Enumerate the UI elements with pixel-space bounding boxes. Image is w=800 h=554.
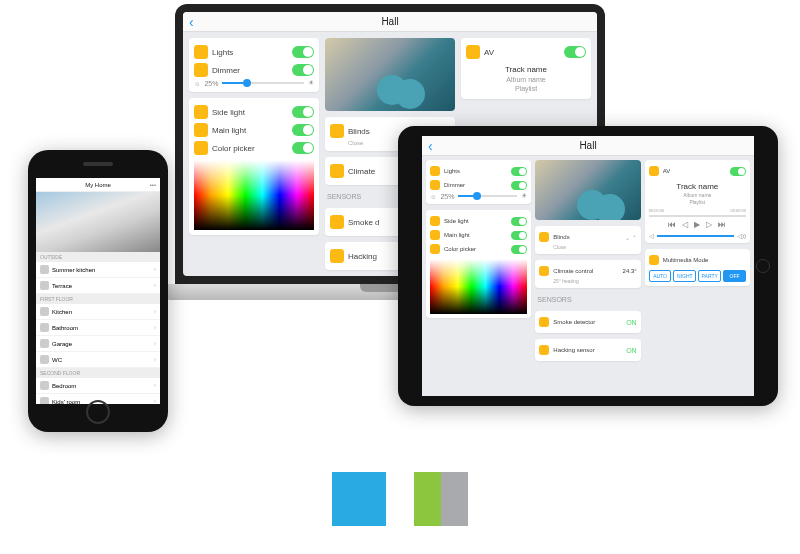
- prev-icon[interactable]: ⏮: [668, 220, 676, 229]
- app-header: ‹ Hall: [183, 12, 597, 32]
- hack-label: Hacking: [348, 252, 377, 261]
- playlist-name: Playlist: [466, 84, 586, 93]
- smoke-icon: [330, 215, 344, 229]
- windows-badge: [332, 472, 386, 526]
- room-item[interactable]: WC›: [36, 352, 160, 368]
- tablet-header: ‹Hall: [422, 136, 754, 156]
- volume-slider[interactable]: ◁◁)): [649, 232, 746, 239]
- main-toggle[interactable]: [511, 231, 527, 240]
- switches-card: Side light Main light Color picker: [189, 98, 319, 235]
- climate-temp: 24.3°: [623, 268, 637, 274]
- picker-label: Color picker: [212, 144, 255, 153]
- chevron-right-icon: ›: [154, 382, 156, 389]
- tablet-app: ‹Hall Lights Dimmer ☼25%☀ Side light Mai…: [422, 136, 754, 396]
- side-icon: [430, 216, 440, 226]
- section-second-floor: Second floor: [36, 368, 160, 378]
- room-label: Kitchen: [52, 309, 72, 315]
- av-toggle[interactable]: [730, 167, 746, 176]
- climate-icon: [539, 266, 549, 276]
- room-label: WC: [52, 357, 62, 363]
- av-icon: [466, 45, 480, 59]
- dimmer-value: 25%: [440, 193, 454, 200]
- dimmer-value: 25%: [204, 80, 218, 87]
- lights-toggle[interactable]: [292, 46, 314, 58]
- dimmer-icon: [194, 63, 208, 77]
- av-card: AV Track name Album name Playlist: [461, 38, 591, 99]
- room-label: Bedroom: [52, 383, 76, 389]
- progress-bar[interactable]: [649, 215, 746, 217]
- av-toggle[interactable]: [564, 46, 586, 58]
- av-icon: [649, 166, 659, 176]
- room-label: Summer kitchen: [52, 267, 95, 273]
- room-item[interactable]: Bathroom›: [36, 320, 160, 336]
- back-icon[interactable]: ‹: [189, 14, 194, 30]
- next-icon[interactable]: ⏭: [718, 220, 726, 229]
- dimmer-toggle[interactable]: [511, 181, 527, 190]
- side-label: Side light: [212, 108, 245, 117]
- phone-device: My Home••• Outside Summer kitchen› Terra…: [28, 150, 168, 432]
- chevron-right-icon: ›: [154, 266, 156, 273]
- color-picker[interactable]: [194, 160, 314, 230]
- time-total: 00:00:00: [730, 208, 746, 213]
- side-toggle[interactable]: [292, 106, 314, 118]
- dimmer-slider[interactable]: ☼25%☀: [194, 79, 314, 87]
- room-item[interactable]: Garage›: [36, 336, 160, 352]
- chevron-right-icon: ›: [154, 324, 156, 331]
- mode-party[interactable]: PARTY: [698, 270, 721, 282]
- lights-label: Lights: [444, 168, 460, 174]
- lights-toggle[interactable]: [511, 167, 527, 176]
- picker-label: Color picker: [444, 246, 476, 252]
- picker-toggle[interactable]: [292, 142, 314, 154]
- hack-icon: [539, 345, 549, 355]
- rewind-icon[interactable]: ◁: [682, 220, 688, 229]
- back-icon[interactable]: ‹: [428, 138, 433, 154]
- picker-toggle[interactable]: [511, 245, 527, 254]
- phone-app: My Home••• Outside Summer kitchen› Terra…: [36, 178, 160, 404]
- side-label: Side light: [444, 218, 469, 224]
- side-toggle[interactable]: [511, 217, 527, 226]
- hack-label: Hacking sensor: [553, 347, 594, 353]
- hack-icon: [330, 249, 344, 263]
- side-icon: [194, 105, 208, 119]
- color-picker[interactable]: [430, 259, 527, 314]
- room-item[interactable]: Kitchen›: [36, 304, 160, 320]
- mode-off[interactable]: OFF: [723, 270, 746, 282]
- room-item[interactable]: Kids' room›: [36, 394, 160, 404]
- av-label: AV: [663, 168, 671, 174]
- main-label: Main light: [444, 232, 470, 238]
- climate-label: Climate: [348, 167, 375, 176]
- light-icon: [430, 166, 440, 176]
- more-icon[interactable]: •••: [150, 182, 156, 188]
- room-icon: [40, 265, 49, 274]
- room-icon: [40, 397, 49, 404]
- room-photo: [535, 160, 640, 220]
- smoke-label: Smoke d: [348, 218, 380, 227]
- page-title: Hall: [381, 16, 398, 27]
- mode-night[interactable]: NIGHT: [673, 270, 696, 282]
- dimmer-label: Dimmer: [444, 182, 465, 188]
- climate-icon: [330, 164, 344, 178]
- dimmer-toggle[interactable]: [292, 64, 314, 76]
- mode-auto[interactable]: AUTO: [649, 270, 672, 282]
- chevron-right-icon: ›: [154, 282, 156, 289]
- dimmer-slider[interactable]: ☼25%☀: [430, 192, 527, 200]
- room-item[interactable]: Summer kitchen›: [36, 262, 160, 278]
- hack-status: ON: [626, 347, 637, 354]
- room-item[interactable]: Bedroom›: [36, 378, 160, 394]
- play-icon[interactable]: ▶: [694, 220, 700, 229]
- climate-mode: heating: [562, 278, 578, 284]
- room-item[interactable]: Terrace›: [36, 278, 160, 294]
- main-icon: [194, 123, 208, 137]
- room-icon: [40, 355, 49, 364]
- main-toggle[interactable]: [292, 124, 314, 136]
- forward-icon[interactable]: ▷: [706, 220, 712, 229]
- android-badge: [414, 472, 468, 526]
- light-icon: [194, 45, 208, 59]
- chevron-right-icon: ›: [154, 308, 156, 315]
- lights-label: Lights: [212, 48, 233, 57]
- multimedia-label: Multimedia Mode: [663, 257, 709, 263]
- blinds-label: Blinds: [553, 234, 569, 240]
- room-label: Kids' room: [52, 399, 80, 405]
- platform-badges: [332, 472, 468, 526]
- blinds-icon: [539, 232, 549, 242]
